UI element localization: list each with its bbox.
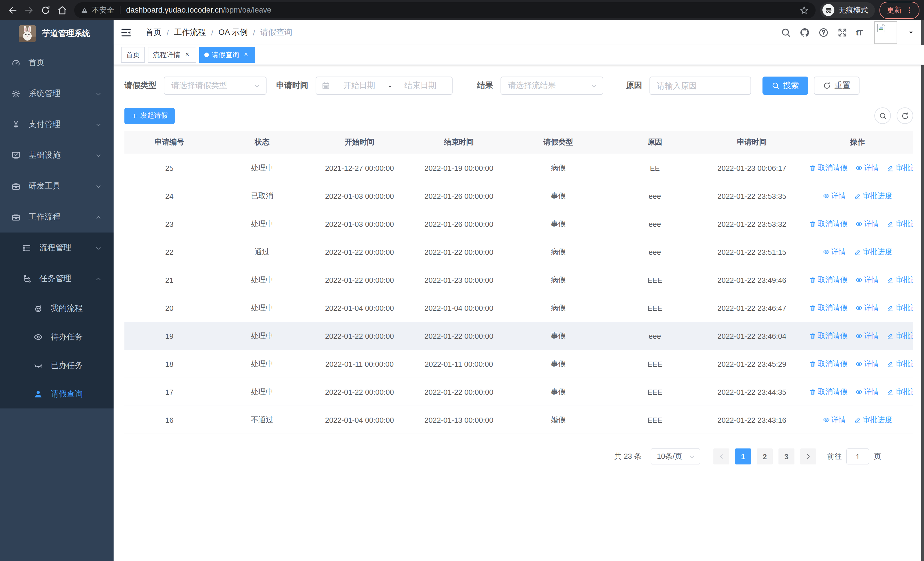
leave-type-select[interactable]: 请选择请假类型 <box>164 77 267 95</box>
cancel-leave-link[interactable]: 取消请假 <box>809 331 848 341</box>
prev-page-button[interactable] <box>713 448 729 465</box>
approval-progress-link[interactable]: 审批进度 <box>854 247 892 257</box>
chevron-down-icon <box>95 183 102 190</box>
approval-progress-link[interactable]: 审批进度 <box>887 163 913 173</box>
bookmark-star-icon[interactable] <box>800 5 809 15</box>
tab-process-detail[interactable]: 流程详情 × <box>148 47 196 63</box>
approval-progress-link[interactable]: 审批进度 <box>887 359 913 369</box>
detail-link[interactable]: 详情 <box>855 303 879 313</box>
page-button-3[interactable]: 3 <box>778 448 795 465</box>
cancel-leave-link[interactable]: 取消请假 <box>809 275 848 285</box>
detail-link[interactable]: 详情 <box>855 275 879 285</box>
browser-reload-button[interactable] <box>38 2 53 18</box>
sidebar-item-label: 请假查询 <box>51 389 83 399</box>
sidebar-item-my-process[interactable]: 我的流程 <box>0 294 114 323</box>
approval-progress-link[interactable]: 审批进度 <box>887 303 913 313</box>
approval-progress-link[interactable]: 审批进度 <box>854 415 892 425</box>
avatar[interactable] <box>874 21 897 44</box>
tags-view: 首页 流程详情 × 请假查询 × <box>114 45 924 65</box>
cancel-leave-link[interactable]: 取消请假 <box>809 387 848 397</box>
cancel-leave-link[interactable]: 取消请假 <box>809 219 848 229</box>
end-date-placeholder[interactable]: 结束日期 <box>394 81 446 91</box>
cancel-leave-link[interactable]: 取消请假 <box>809 303 848 313</box>
help-question-icon[interactable] <box>818 27 829 38</box>
tab-label: 流程详情 <box>153 50 180 60</box>
goto-label: 前往 <box>827 451 842 462</box>
github-icon[interactable] <box>800 27 810 38</box>
cancel-leave-link[interactable]: 取消请假 <box>809 359 848 369</box>
sidebar-item-system[interactable]: 系统管理 <box>0 78 114 109</box>
approval-progress-link[interactable]: 审批进度 <box>887 387 913 397</box>
approval-progress-link[interactable]: 审批进度 <box>887 219 913 229</box>
page-size-select[interactable]: 10条/页 <box>651 448 700 465</box>
detail-link[interactable]: 详情 <box>855 331 879 341</box>
security-label[interactable]: 不安全 <box>92 5 114 15</box>
breadcrumb-item-oa-example[interactable]: OA 示例 <box>219 27 248 38</box>
result-select[interactable]: 请选择流结果 <box>501 77 603 95</box>
refresh-table-button[interactable] <box>897 107 913 124</box>
next-page-button[interactable] <box>800 448 816 465</box>
goto-page-input[interactable] <box>846 448 869 465</box>
column-header: 请假类型 <box>508 131 608 154</box>
sidebar-item-task-management[interactable]: 任务管理 <box>0 263 114 294</box>
detail-link[interactable]: 详情 <box>855 219 879 229</box>
browser-home-button[interactable] <box>54 2 70 18</box>
sidebar-item-dev-tools[interactable]: 研发工具 <box>0 171 114 202</box>
breadcrumb-separator: / <box>253 28 255 37</box>
detail-link[interactable]: 详情 <box>855 387 879 397</box>
toggle-search-button[interactable] <box>874 107 891 124</box>
edit-icon <box>887 277 894 283</box>
reset-button[interactable]: 重置 <box>814 77 860 95</box>
detail-link[interactable]: 详情 <box>823 415 846 425</box>
browser-back-button[interactable] <box>4 2 20 18</box>
sidebar-item-leave-query[interactable]: 请假查询 <box>0 380 114 409</box>
breadcrumb-item-home[interactable]: 首页 <box>146 27 162 38</box>
approval-progress-link[interactable]: 审批进度 <box>854 191 892 201</box>
detail-link[interactable]: 详情 <box>855 359 879 369</box>
sidebar-item-payment[interactable]: 支付管理 <box>0 109 114 140</box>
trash-icon <box>809 332 816 339</box>
page-content: 请假类型 请选择请假类型 申请时间 开始日期 - 结束日期 结果 请选择流结果 <box>114 65 924 465</box>
search-button[interactable]: 搜索 <box>762 77 808 95</box>
page-button-1[interactable]: 1 <box>735 448 751 465</box>
create-leave-button[interactable]: 发起请假 <box>124 108 175 124</box>
address-bar[interactable]: 不安全 dashboard.yudao.iocoder.cn/bpm/oa/le… <box>74 2 816 18</box>
browser-forward-button[interactable] <box>21 2 36 18</box>
approval-progress-link[interactable]: 审批进度 <box>887 331 913 341</box>
sidebar-item-workflow[interactable]: 工作流程 <box>0 202 114 233</box>
close-icon[interactable]: × <box>183 51 191 59</box>
browser-update-button[interactable]: 更新 <box>879 2 920 18</box>
fullscreen-icon[interactable] <box>837 27 848 38</box>
detail-link[interactable]: 详情 <box>823 247 846 257</box>
browser-scrollbar[interactable] <box>921 20 924 561</box>
close-icon[interactable]: × <box>242 51 250 59</box>
column-header: 状态 <box>214 131 310 154</box>
detail-link[interactable]: 详情 <box>855 163 879 173</box>
tab-home[interactable]: 首页 <box>121 47 145 63</box>
browser-menu-dots-icon[interactable] <box>906 6 914 14</box>
yen-icon <box>11 120 21 129</box>
search-icon[interactable] <box>781 27 791 38</box>
approval-progress-link[interactable]: 审批进度 <box>887 275 913 285</box>
apply-time-range-picker[interactable]: 开始日期 - 结束日期 <box>316 77 453 95</box>
page-button-2[interactable]: 2 <box>757 448 773 465</box>
detail-link[interactable]: 详情 <box>823 191 846 201</box>
sidebar-item-label: 我的流程 <box>51 303 83 314</box>
breadcrumb-separator: / <box>211 28 213 37</box>
reason-input[interactable] <box>650 77 751 95</box>
cancel-leave-link[interactable]: 取消请假 <box>809 163 848 173</box>
cell-reason: eee <box>608 238 702 266</box>
start-date-placeholder[interactable]: 开始日期 <box>333 81 385 91</box>
sidebar-item-process-management[interactable]: 流程管理 <box>0 233 114 263</box>
sidebar-item-todo-tasks[interactable]: 待办任务 <box>0 323 114 351</box>
sidebar-item-done-tasks[interactable]: 已办任务 <box>0 351 114 380</box>
sidebar-item-infrastructure[interactable]: 基础设施 <box>0 140 114 171</box>
breadcrumb-item-workflow[interactable]: 工作流程 <box>174 27 206 38</box>
sidebar-item-home[interactable]: 首页 <box>0 47 114 78</box>
font-size-icon[interactable]: tT <box>856 28 862 37</box>
menu-fold-icon[interactable] <box>120 27 132 38</box>
cell-end: 2022-01-11 00:00:00 <box>409 350 508 378</box>
chevron-down-icon <box>95 90 102 97</box>
tab-leave-query[interactable]: 请假查询 × <box>199 47 255 63</box>
avatar-dropdown-caret-icon[interactable] <box>908 30 914 35</box>
